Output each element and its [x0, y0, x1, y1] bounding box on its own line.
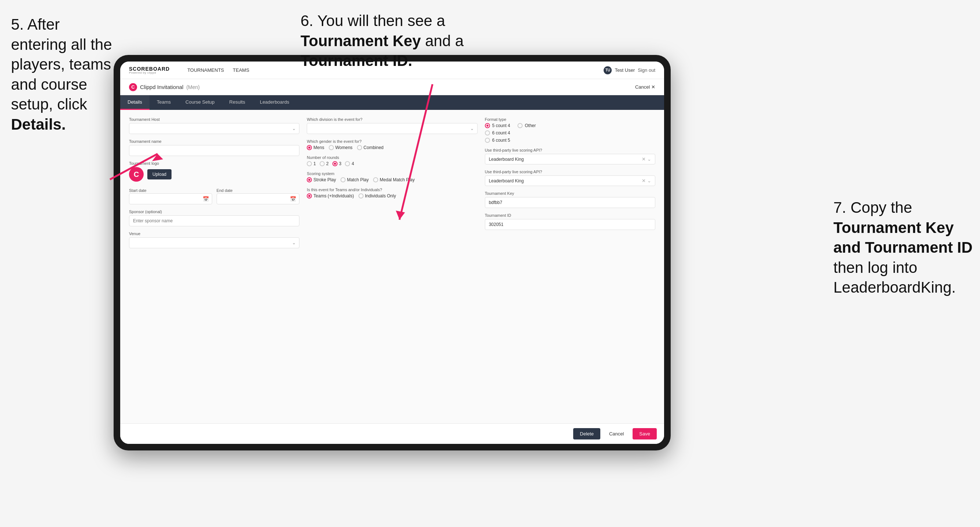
teams-teams-option[interactable]: Teams (+Individuals) [307, 194, 354, 198]
format-5count4-option[interactable]: 5 count 4 [485, 123, 510, 128]
tab-leaderboards[interactable]: Leaderboards [253, 95, 296, 110]
teams-teams-radio[interactable] [307, 194, 312, 198]
start-date-group: Start date Jan 21, 2024 📅 [129, 187, 212, 204]
rounds-3-radio[interactable] [332, 161, 337, 166]
gender-mens-radio[interactable] [307, 145, 312, 150]
tab-results[interactable]: Results [222, 95, 253, 110]
format-5count4-radio[interactable] [485, 123, 490, 128]
rounds-3-option[interactable]: 3 [332, 161, 342, 166]
end-date-input-wrap: Jan 23, 2024 📅 [216, 194, 300, 204]
tournament-logo-label: Tournament logo [129, 161, 299, 165]
division-input[interactable]: NCAA Division III [307, 123, 477, 134]
sign-out-link[interactable]: Sign out [638, 67, 655, 73]
rounds-2-option[interactable]: 2 [320, 161, 329, 166]
third-party-1-group: Use third-party live scoring API? Leader… [485, 148, 655, 164]
gender-combined-option[interactable]: Combined [357, 145, 384, 150]
tournament-key-value: bdfbb7 [485, 197, 655, 208]
rounds-label: Number of rounds [307, 155, 477, 160]
tab-details[interactable]: Details [120, 95, 150, 110]
tournament-id-label: Tournament ID [485, 213, 655, 217]
gender-mens-label: Mens [313, 145, 324, 150]
format-6count5-option[interactable]: 6 count 5 [485, 138, 510, 143]
upload-button[interactable]: Upload [147, 169, 172, 179]
sponsor-input[interactable] [129, 215, 299, 226]
format-6count4-radio[interactable] [485, 130, 490, 135]
end-date-group: End date Jan 23, 2024 📅 [216, 187, 300, 204]
third-party-1-select[interactable]: Leaderboard King ✕ ⌄ [485, 154, 655, 164]
tournament-logo-group: Tournament logo C Upload [129, 161, 299, 182]
nav-teams[interactable]: TEAMS [233, 67, 249, 73]
page-title-icon: C [129, 83, 137, 91]
teams-individuals-option[interactable]: Individuals Only [358, 194, 396, 198]
brand-sub: Powered by clippd [129, 71, 170, 75]
tournament-key-group: Tournament Key bdfbb7 [485, 191, 655, 208]
tournament-host-input[interactable]: Clippd College - Men [129, 123, 299, 134]
format-label: Format type [485, 117, 655, 122]
venue-input[interactable]: Peachtree GC - Atlanta - GA [129, 237, 299, 248]
delete-button[interactable]: Delete [573, 428, 600, 440]
scoring-match-radio[interactable] [340, 177, 345, 183]
gender-label: Which gender is the event for? [307, 139, 477, 144]
scoring-medal-label: Medal Match Play [380, 177, 415, 183]
rounds-1-option[interactable]: 1 [307, 161, 316, 166]
tournament-name-input[interactable]: Clippd Invitational [129, 145, 299, 156]
tournament-title: Clippd Invitational [140, 84, 183, 90]
teams-individuals-radio[interactable] [358, 194, 364, 198]
rounds-1-radio[interactable] [307, 161, 312, 166]
brand: SCOREBOARD Powered by clippd [129, 66, 170, 75]
rounds-4-label: 4 [352, 161, 354, 166]
third-party-2-select[interactable]: Leaderboard King ✕ ⌄ [485, 175, 655, 186]
cancel-button[interactable]: Cancel [604, 428, 629, 440]
scoring-stroke-label: Stroke Play [313, 177, 336, 183]
third-party-2-clear[interactable]: ✕ ⌄ [642, 178, 651, 184]
tab-teams[interactable]: Teams [150, 95, 178, 110]
form-grid: Tournament Host Clippd College - Men Tou… [129, 117, 655, 248]
format-6count4-label: 6 count 4 [492, 130, 510, 135]
format-other-option[interactable]: Other [517, 123, 536, 128]
teams-individuals-label: Individuals Only [365, 194, 396, 198]
format-row-3: 6 count 5 [485, 138, 655, 143]
rounds-2-radio[interactable] [320, 161, 325, 166]
scoring-match-option[interactable]: Match Play [340, 177, 369, 183]
page-title: C Clippd Invitational (Men) [129, 83, 200, 91]
gender-mens-option[interactable]: Mens [307, 145, 324, 150]
save-button[interactable]: Save [633, 428, 657, 440]
format-6count5-radio[interactable] [485, 138, 490, 143]
dates-group: Start date Jan 21, 2024 📅 End date Jan 2… [129, 187, 299, 204]
scoring-stroke-radio[interactable] [307, 177, 312, 183]
format-other-radio[interactable] [517, 123, 523, 128]
gender-radio-group: Mens Womens Combined [307, 145, 477, 150]
rounds-group: Number of rounds 1 2 [307, 155, 477, 166]
third-party-1-clear[interactable]: ✕ ⌄ [642, 156, 651, 162]
division-group: Which division is the event for? NCAA Di… [307, 117, 477, 134]
tournament-subtitle: (Men) [186, 84, 200, 90]
scoring-medal-option[interactable]: Medal Match Play [373, 177, 415, 183]
nav-tournaments[interactable]: TOURNAMENTS [187, 67, 224, 73]
venue-label: Venue [129, 232, 299, 236]
gender-womens-option[interactable]: Womens [329, 145, 353, 150]
end-date-input[interactable]: Jan 23, 2024 [220, 194, 290, 204]
gender-combined-radio[interactable] [357, 145, 362, 150]
scoring-medal-radio[interactable] [373, 177, 378, 183]
bottom-bar: Delete Cancel Save [120, 423, 664, 444]
format-6count4-option[interactable]: 6 count 4 [485, 130, 510, 135]
start-date-label: Start date [129, 188, 146, 193]
tournament-host-group: Tournament Host Clippd College - Men [129, 117, 299, 134]
sponsor-group: Sponsor (optional) [129, 210, 299, 226]
annotation-right: 7. Copy the Tournament Key and Tournamen… [834, 198, 973, 298]
annotation-left: 5. After entering all the players, teams… [11, 15, 114, 135]
user-name: Test User [615, 67, 635, 73]
rounds-4-radio[interactable] [345, 161, 350, 166]
teams-group: Is this event for Teams and/or Individua… [307, 187, 477, 198]
tab-course-setup[interactable]: Course Setup [178, 95, 222, 110]
scoring-group: Scoring system Stroke Play Match Play [307, 171, 477, 183]
third-party-1-value: Leaderboard King [489, 157, 524, 162]
format-5count4-label: 5 count 4 [492, 123, 510, 128]
cancel-header-button[interactable]: Cancel ✕ [635, 84, 655, 90]
rounds-4-option[interactable]: 4 [345, 161, 354, 166]
form-col-2: Which division is the event for? NCAA Di… [307, 117, 477, 248]
start-date-input[interactable]: Jan 21, 2024 [132, 194, 203, 204]
scoring-stroke-option[interactable]: Stroke Play [307, 177, 336, 183]
gender-womens-radio[interactable] [329, 145, 334, 150]
rounds-1-label: 1 [313, 161, 316, 166]
